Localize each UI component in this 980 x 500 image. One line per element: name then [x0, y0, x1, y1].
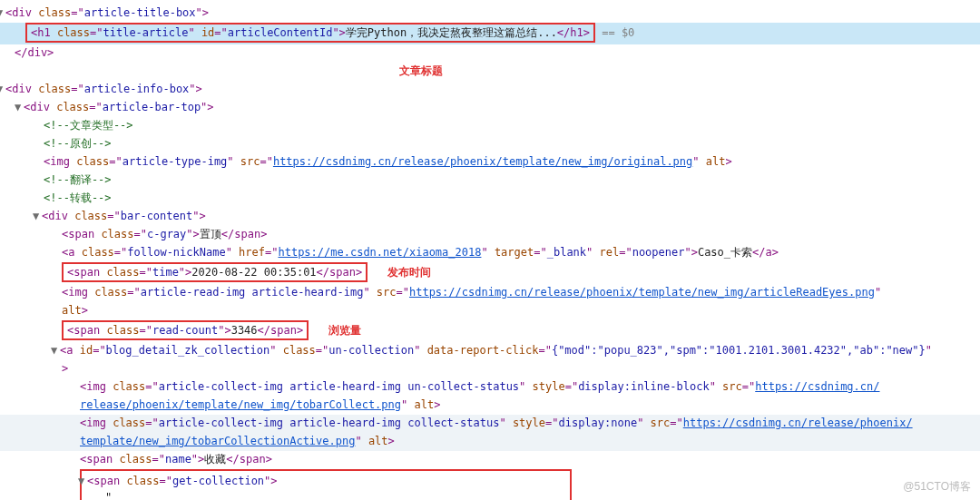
dom-line[interactable]: ▼<div class="article-title-box"> — [0, 5, 980, 23]
dom-line[interactable]: <span class="name">收藏</span> — [0, 451, 980, 469]
dom-line[interactable]: <img class="article-collect-img article-… — [0, 378, 980, 397]
expand-icon[interactable]: ▼ — [51, 342, 60, 358]
dom-line[interactable]: <!--转载--> — [0, 190, 980, 208]
link[interactable]: https://csdnimg.cn/ — [755, 380, 879, 393]
dom-line[interactable]: ▼<div class="article-info-box"> — [0, 81, 980, 99]
dom-line[interactable]: template/new_img/tobarCollectionActive.p… — [0, 433, 980, 451]
dom-line[interactable]: <img class="article-read-img article-hea… — [0, 284, 980, 302]
watermark: @51CTO博客 — [903, 478, 971, 495]
dom-line[interactable]: <!--翻译--> — [0, 172, 980, 190]
dom-line[interactable]: ▼<div class="bar-content"> — [0, 208, 980, 226]
dom-line[interactable]: </div> — [0, 44, 980, 63]
selected-pseudo: == $0 — [595, 26, 634, 39]
dom-line-selected[interactable]: <h1 class="title-article" id="articleCon… — [0, 23, 980, 44]
dom-line[interactable]: <!--原创--> — [0, 135, 980, 153]
link[interactable]: release/phoenix/template/new_img/tobarCo… — [80, 398, 401, 411]
label-article-title: 文章标题 — [399, 63, 443, 79]
link[interactable]: https://csdnimg.cn/release/phoenix/templ… — [409, 286, 875, 299]
expand-icon[interactable]: ▼ — [33, 208, 42, 224]
highlight-box-title: <h1 class="title-article" id="articleCon… — [25, 23, 595, 43]
highlight-box-readcount: <span class="read-count">3346</span> — [62, 320, 309, 340]
dom-line[interactable]: ▼<a id="blog_detail_zk_collection" class… — [0, 342, 980, 360]
label-publish-time: 发布时间 — [387, 264, 431, 280]
link[interactable]: https://csdnimg.cn/release/phoenix/templ… — [273, 155, 692, 168]
highlight-box-time: <span class="time">2020-08-22 00:35:01</… — [62, 262, 368, 282]
annotation-row: 文章标题 — [0, 63, 980, 81]
dom-line[interactable]: <img class="article-type-img" src="https… — [0, 153, 980, 172]
dom-line[interactable]: ▼<div class="article-bar-top"> — [0, 99, 980, 117]
expand-icon[interactable]: ▼ — [78, 473, 87, 489]
expand-icon[interactable]: ▼ — [15, 99, 24, 115]
dom-line[interactable]: <a class="follow-nickName" href="https:/… — [0, 244, 980, 262]
dom-line[interactable]: > — [0, 360, 980, 378]
link[interactable]: template/new_img/tobarCollectionActive.p… — [80, 435, 355, 447]
label-views: 浏览量 — [328, 322, 361, 338]
dom-line[interactable]: release/phoenix/template/new_img/tobarCo… — [0, 397, 980, 415]
dom-line[interactable]: <span class="c-gray">置顶</span> — [0, 226, 980, 244]
dom-line[interactable]: <!--文章类型--> — [0, 117, 980, 135]
dom-line[interactable]: <span class="time">2020-08-22 00:35:01</… — [0, 262, 980, 284]
link[interactable]: https://csdnimg.cn/release/phoenix/ — [683, 417, 913, 429]
highlight-box-collection: ▼<span class="get-collection"> " 152 </s… — [80, 469, 572, 500]
dom-line[interactable]: alt> — [0, 302, 980, 320]
dom-line[interactable]: <span class="read-count">3346</span> 浏览量 — [0, 320, 980, 342]
link[interactable]: https://me.csdn.net/xiaoma_2018 — [278, 246, 481, 259]
dom-line[interactable]: <img class="article-collect-img article-… — [0, 415, 980, 433]
